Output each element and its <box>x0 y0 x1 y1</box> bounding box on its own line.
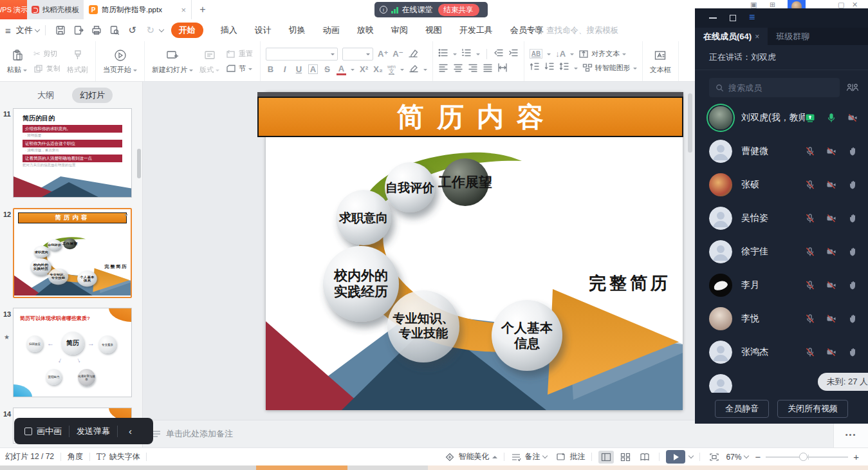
tab-wps-app[interactable]: WPS 演示 <box>0 0 27 19</box>
zoom-out-button[interactable]: − <box>755 451 761 462</box>
mic-off-icon[interactable] <box>805 347 815 357</box>
layout-button[interactable]: 版式 <box>196 48 223 75</box>
member-search[interactable] <box>709 78 840 97</box>
camera-off-icon[interactable] <box>847 113 858 123</box>
pip-checkbox[interactable] <box>24 428 32 435</box>
italic-button[interactable]: I <box>280 64 290 74</box>
close-tab-icon[interactable]: × <box>755 32 759 41</box>
hamburger-icon[interactable]: ≡ <box>5 25 11 36</box>
strike-button[interactable]: S <box>322 64 332 74</box>
line-spacing-down-button[interactable] <box>544 62 555 73</box>
numbered-list-button[interactable] <box>461 48 472 60</box>
quickbar-more-icon[interactable] <box>159 26 164 32</box>
undo-button[interactable]: ↺ <box>125 23 140 37</box>
mic-off-icon[interactable] <box>805 180 815 190</box>
mic-off-icon[interactable] <box>805 213 815 223</box>
phonetic-guide-button[interactable]: wén文 <box>387 64 396 75</box>
format-painter-button[interactable]: 格式刷 <box>64 48 91 75</box>
font-color-button[interactable]: A <box>337 64 346 75</box>
menu-design[interactable]: 设计 <box>255 24 272 36</box>
missing-font-button[interactable]: T?缺失字体 <box>97 451 140 462</box>
account-avatar[interactable] <box>791 1 802 8</box>
justify-button[interactable] <box>483 63 493 75</box>
member-row[interactable]: 李月 <box>695 268 868 302</box>
export-button[interactable] <box>71 23 86 37</box>
increase-font-button[interactable]: A⁺ <box>378 49 388 59</box>
zoom-slider-knob[interactable] <box>799 453 808 461</box>
reset-button[interactable]: 重置 <box>226 49 253 59</box>
menu-devtools[interactable]: 开发工具 <box>459 24 493 36</box>
camera-off-icon[interactable] <box>826 180 836 190</box>
align-center-button[interactable] <box>453 63 463 75</box>
camera-off-icon[interactable] <box>826 247 836 257</box>
app-grid-icon[interactable]: ⊞ <box>770 1 775 8</box>
view-normal-button[interactable] <box>598 451 614 464</box>
align-right-button[interactable] <box>468 63 478 75</box>
pip-label[interactable]: 画中画 <box>37 426 62 437</box>
change-case-button[interactable]: AB <box>530 49 542 59</box>
line-spacing-button[interactable] <box>559 62 569 73</box>
tab-online-members[interactable]: 在线成员(64)× <box>695 28 768 45</box>
superscript-button[interactable]: X² <box>359 64 369 74</box>
raise-hand-icon[interactable] <box>847 247 858 257</box>
line-spacing-up-button[interactable] <box>530 62 540 73</box>
decrease-font-button[interactable]: A⁻ <box>392 49 403 59</box>
menu-slideshow[interactable]: 放映 <box>357 24 374 36</box>
camera-off-icon[interactable] <box>826 146 836 156</box>
collapse-button[interactable]: ‹ <box>125 426 136 437</box>
bullet-list-button[interactable] <box>438 48 448 60</box>
char-border-button[interactable]: A <box>308 64 318 74</box>
decrease-indent-button[interactable] <box>494 48 504 60</box>
command-search-input[interactable] <box>546 26 656 35</box>
menu-transition[interactable]: 切换 <box>289 24 306 36</box>
member-row[interactable]: 吴怡姿 <box>695 202 868 235</box>
mic-on-icon[interactable] <box>826 113 836 123</box>
distribute-button[interactable] <box>497 63 508 75</box>
window-widget-icon[interactable]: ▣ <box>750 1 757 8</box>
raise-hand-icon[interactable] <box>847 347 858 357</box>
slide-thumbnail-12-selected[interactable]: 简历内容 <box>13 208 132 298</box>
menu-review[interactable]: 审阅 <box>391 24 408 36</box>
subscript-button[interactable]: X₂ <box>373 64 383 74</box>
text-direction-button[interactable]: ↓A <box>555 49 566 59</box>
current-slide[interactable]: 简历内容 <box>266 92 683 410</box>
slideshow-play-button[interactable] <box>666 450 685 464</box>
tab-slides[interactable]: 幻灯片 <box>72 88 113 103</box>
minimize-icon[interactable] <box>709 17 717 19</box>
fit-window-button[interactable] <box>706 451 722 464</box>
camera-off-icon[interactable] <box>826 280 836 290</box>
redo-button[interactable]: ↻ <box>143 23 158 37</box>
menu-animation[interactable]: 动画 <box>323 24 340 36</box>
close-icon[interactable]: ✕ <box>852 1 858 8</box>
angle-indicator[interactable]: 角度 <box>68 451 83 462</box>
copy-button[interactable]: 复制 <box>33 64 60 73</box>
play-from-current-button[interactable]: 当页开始 <box>100 48 140 75</box>
resume-diagram[interactable]: 自我评价 工作展望 求职意向 校内外的 实践经历 专业知识、 专业技能 个人基本… <box>266 92 683 410</box>
screen-share-icon[interactable] <box>805 113 815 123</box>
close-all-videos-button[interactable]: 关闭所有视频 <box>777 400 848 418</box>
close-document-icon[interactable]: × <box>181 5 186 15</box>
canvas-scrollbar[interactable] <box>688 93 692 153</box>
danmaku-button[interactable]: 发送弹幕 <box>77 426 110 437</box>
member-search-input[interactable] <box>728 83 812 93</box>
end-share-button[interactable]: 结束共享 <box>438 4 479 16</box>
notes-more-button[interactable]: ••• <box>833 420 868 448</box>
align-text-button[interactable]: 对齐文本 <box>578 49 626 59</box>
camera-off-icon[interactable] <box>826 347 836 357</box>
raise-hand-icon[interactable] <box>847 180 858 190</box>
mic-off-icon[interactable] <box>805 314 815 324</box>
member-row[interactable]: 李悦 <box>695 302 868 335</box>
menu-view[interactable]: 视图 <box>425 24 442 36</box>
paste-button[interactable]: 粘贴 <box>4 48 30 75</box>
font-size-select[interactable] <box>342 48 373 61</box>
menu-home[interactable]: 开始 <box>171 23 203 38</box>
menu-insert[interactable]: 插入 <box>221 24 237 36</box>
tab-outline[interactable]: 大纲 <box>30 88 62 103</box>
new-slide-button[interactable]: 新建幻灯片 <box>149 48 196 75</box>
zoom-level[interactable]: 67% <box>726 453 748 462</box>
menu-icon[interactable]: ≡ <box>749 12 755 23</box>
member-row[interactable]: 张鸿杰 <box>695 335 868 369</box>
sidebar-scrollbar[interactable] <box>137 149 141 178</box>
member-row[interactable]: 徐宇佳 <box>695 235 868 268</box>
bold-button[interactable]: B <box>266 64 275 74</box>
